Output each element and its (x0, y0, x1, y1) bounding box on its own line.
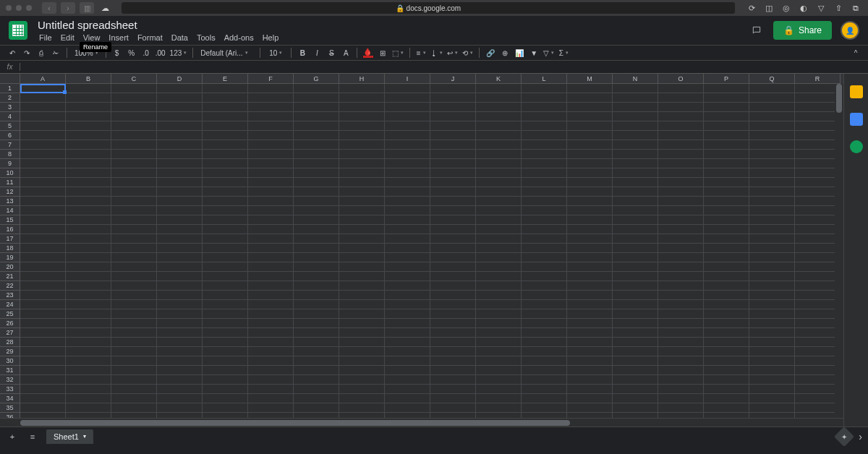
cell[interactable] (476, 215, 522, 225)
cell[interactable] (613, 375, 658, 385)
cell[interactable] (430, 347, 476, 356)
cell[interactable] (339, 375, 385, 385)
cell[interactable] (613, 168, 658, 178)
cell[interactable] (749, 375, 795, 385)
cell[interactable] (749, 300, 795, 309)
cell[interactable] (20, 140, 66, 150)
cell[interactable] (704, 328, 749, 338)
row-header[interactable]: 8 (0, 150, 20, 159)
cell[interactable] (294, 328, 339, 338)
cell[interactable] (294, 215, 339, 225)
cell[interactable] (704, 403, 749, 413)
cell[interactable] (567, 413, 613, 418)
column-header[interactable]: R (795, 74, 841, 84)
cell[interactable] (658, 131, 704, 140)
cell[interactable] (66, 403, 111, 413)
cell[interactable] (203, 197, 248, 206)
cell[interactable] (430, 234, 476, 244)
cell[interactable] (749, 328, 795, 338)
row-header[interactable]: 2 (0, 93, 20, 103)
cell[interactable] (795, 281, 841, 291)
cell[interactable] (795, 244, 841, 253)
cell[interactable] (248, 253, 294, 262)
cell[interactable] (430, 225, 476, 234)
cell[interactable] (613, 150, 658, 159)
cell[interactable] (203, 150, 248, 159)
explore-button[interactable]: ✦ (834, 426, 854, 446)
cell[interactable] (20, 131, 66, 140)
select-all-corner[interactable] (0, 74, 20, 84)
cell[interactable] (522, 84, 567, 93)
cell[interactable] (749, 112, 795, 121)
cell[interactable] (339, 262, 385, 272)
cell[interactable] (567, 93, 613, 103)
cell[interactable] (248, 291, 294, 300)
cell[interactable] (203, 159, 248, 168)
cell[interactable] (294, 140, 339, 150)
cell[interactable] (248, 262, 294, 272)
cell[interactable] (111, 413, 157, 418)
cell[interactable] (66, 103, 111, 112)
cell[interactable] (203, 328, 248, 338)
chart-button[interactable]: 📊 (513, 46, 526, 59)
row-header[interactable]: 19 (0, 253, 20, 262)
print-button[interactable]: ⎙ (35, 46, 48, 59)
menu-help[interactable]: Help (258, 32, 284, 43)
column-header[interactable]: H (339, 74, 385, 84)
cell[interactable] (385, 281, 430, 291)
cell[interactable] (203, 168, 248, 178)
keep-icon[interactable] (850, 113, 863, 126)
cell[interactable] (476, 394, 522, 403)
row-header[interactable]: 31 (0, 366, 20, 375)
cell[interactable] (476, 347, 522, 356)
cell[interactable] (567, 291, 613, 300)
cell[interactable] (385, 375, 430, 385)
cell[interactable] (111, 225, 157, 234)
cell[interactable] (613, 262, 658, 272)
cell[interactable] (385, 121, 430, 131)
cell[interactable] (20, 234, 66, 244)
cell[interactable] (339, 140, 385, 150)
cell[interactable] (430, 244, 476, 253)
cell[interactable] (795, 131, 841, 140)
cell[interactable] (294, 225, 339, 234)
cell[interactable] (613, 225, 658, 234)
row-header[interactable]: 34 (0, 394, 20, 403)
cell[interactable] (795, 84, 841, 93)
cell[interactable] (66, 309, 111, 319)
cell[interactable] (294, 234, 339, 244)
cell[interactable] (248, 244, 294, 253)
cell[interactable] (522, 150, 567, 159)
sheet-tab[interactable]: Sheet1 ▾ (46, 429, 93, 444)
cell[interactable] (339, 300, 385, 309)
cell[interactable] (522, 93, 567, 103)
rotate-button[interactable]: ⟲ (461, 46, 475, 59)
cell[interactable] (522, 281, 567, 291)
cell[interactable] (294, 197, 339, 206)
cell[interactable] (613, 159, 658, 168)
cell[interactable] (20, 187, 66, 197)
cell[interactable] (157, 84, 203, 93)
cell[interactable] (430, 197, 476, 206)
cell[interactable] (248, 150, 294, 159)
cell[interactable] (66, 159, 111, 168)
cell[interactable] (203, 394, 248, 403)
cell[interactable] (522, 328, 567, 338)
cell[interactable] (20, 244, 66, 253)
sheets-logo[interactable] (9, 21, 27, 40)
cell[interactable] (385, 215, 430, 225)
cell[interactable] (522, 121, 567, 131)
cell[interactable] (613, 309, 658, 319)
cell[interactable] (339, 121, 385, 131)
cell[interactable] (385, 328, 430, 338)
cell[interactable] (658, 168, 704, 178)
cell[interactable] (795, 319, 841, 328)
cell[interactable] (66, 187, 111, 197)
cell[interactable] (111, 244, 157, 253)
cell[interactable] (522, 112, 567, 121)
cell[interactable] (203, 262, 248, 272)
cell[interactable] (567, 375, 613, 385)
cell[interactable] (567, 328, 613, 338)
window-controls[interactable] (6, 5, 32, 11)
row-header[interactable]: 18 (0, 244, 20, 253)
